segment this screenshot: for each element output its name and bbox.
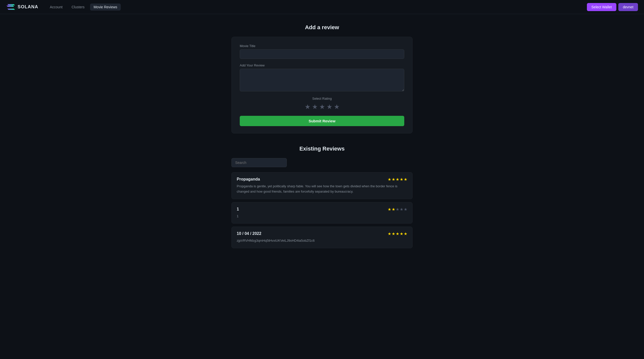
review-card: 1★★★★★1 — [231, 202, 413, 224]
star-icon: ★ — [404, 207, 407, 212]
star-5[interactable]: ★ — [334, 103, 340, 111]
review-card-header: Propaganda★★★★★ — [237, 177, 407, 182]
review-stars: ★★★★★ — [388, 231, 407, 236]
review-card: Propaganda★★★★★Propganda is gentle, yet … — [231, 172, 413, 199]
star-3[interactable]: ★ — [319, 103, 325, 111]
star-icon: ★ — [396, 207, 399, 212]
star-icon: ★ — [400, 231, 403, 236]
submit-review-button[interactable]: Submit Review — [240, 116, 404, 126]
star-icon: ★ — [388, 177, 391, 182]
review-text: Propganda is gentle, yet politically sha… — [237, 184, 407, 194]
add-review-title: Add a review — [231, 24, 413, 31]
star-icon: ★ — [392, 231, 395, 236]
star-4[interactable]: ★ — [327, 103, 332, 111]
star-icon: ★ — [396, 177, 399, 182]
existing-reviews-title: Existing Reviews — [231, 146, 413, 152]
review-movie-title: 1 — [237, 207, 239, 211]
nav-links: Account Clusters Movie Reviews — [46, 4, 587, 11]
star-icon: ★ — [392, 177, 395, 182]
navbar: SOLANA Account Clusters Movie Reviews Se… — [0, 0, 644, 14]
rating-label: Select Rating — [240, 97, 404, 100]
review-label: Add Your Review — [240, 63, 404, 67]
search-input[interactable] — [231, 158, 287, 167]
star-icon: ★ — [400, 207, 403, 212]
nav-clusters[interactable]: Clusters — [68, 4, 88, 11]
review-textarea[interactable] — [240, 69, 404, 91]
review-card-header: 1★★★★★ — [237, 207, 407, 212]
add-review-form-card: Movie Title Add Your Review Select Ratin… — [231, 37, 413, 133]
brand-name: SOLANA — [18, 4, 38, 10]
navbar-right: Select Wallet devnet — [587, 3, 638, 11]
review-stars: ★★★★★ — [388, 207, 407, 212]
brand-logo[interactable]: SOLANA — [6, 4, 38, 11]
movie-title-input[interactable] — [240, 49, 404, 59]
star-rating: ★ ★ ★ ★ ★ — [240, 103, 404, 111]
star-1[interactable]: ★ — [305, 103, 310, 111]
select-wallet-button[interactable]: Select Wallet — [587, 3, 616, 11]
star-icon: ★ — [404, 231, 407, 236]
review-card-header: 10 / 04 / 2022★★★★★ — [237, 231, 407, 236]
nav-movie-reviews[interactable]: Movie Reviews — [90, 4, 121, 11]
star-icon: ★ — [388, 231, 391, 236]
star-icon: ★ — [392, 207, 395, 212]
review-movie-title: Propaganda — [237, 177, 260, 182]
review-movie-title: 10 / 04 / 2022 — [237, 231, 261, 236]
main-content: Add a review Movie Title Add Your Review… — [226, 14, 418, 261]
movie-title-label: Movie Title — [240, 44, 404, 48]
star-icon: ★ — [400, 177, 403, 182]
review-text: zjpVRVHMzg3qmHq5tHvxiUKVeiLJ9oHD4ia5obZf… — [237, 238, 407, 243]
review-text: 1 — [237, 214, 407, 219]
star-2[interactable]: ★ — [312, 103, 318, 111]
nav-account[interactable]: Account — [46, 4, 66, 11]
star-icon: ★ — [404, 177, 407, 182]
star-icon: ★ — [396, 231, 399, 236]
review-stars: ★★★★★ — [388, 177, 407, 182]
devnet-button[interactable]: devnet — [618, 3, 638, 11]
solana-logo-icon — [6, 4, 15, 11]
rating-section: Select Rating ★ ★ ★ ★ ★ — [240, 97, 404, 111]
review-card: 10 / 04 / 2022★★★★★zjpVRVHMzg3qmHq5tHvxi… — [231, 227, 413, 248]
reviews-list: Propaganda★★★★★Propganda is gentle, yet … — [231, 172, 413, 248]
star-icon: ★ — [388, 207, 391, 212]
